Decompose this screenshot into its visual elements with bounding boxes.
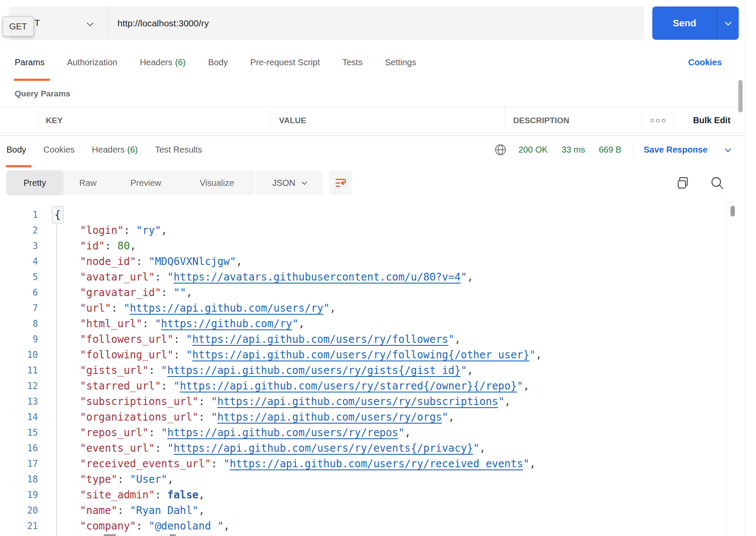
column-header-value: VALUE (279, 107, 306, 134)
code-content: "type": "User", (80, 472, 174, 487)
json-key: "login" (80, 224, 124, 236)
request-tab-pre-request-script[interactable]: Pre-request Script (250, 57, 320, 67)
json-quote: " (124, 302, 130, 314)
json-link[interactable]: https://api.github.com/users/ry (130, 302, 324, 314)
json-link[interactable]: https://api.github.com/users/ry/orgs (217, 411, 442, 423)
cookies-link[interactable]: Cookies (688, 52, 722, 73)
json-colon: : (136, 520, 149, 532)
tab-count: (6) (127, 145, 137, 154)
json-link[interactable]: https://api.github.com/users/ry/repos (167, 427, 398, 439)
column-divider (270, 107, 270, 134)
wrap-text-button[interactable] (329, 170, 352, 195)
tab-label: Body (208, 57, 228, 67)
json-quote: " (498, 396, 504, 408)
response-tab-headers[interactable]: Headers(6) (92, 145, 138, 155)
json-quote: " (161, 427, 167, 439)
json-link[interactable]: https://api.github.com/users/ry/subscrip… (217, 396, 498, 408)
code-line-4: 4"node_id": "MDQ6VXNlcjgw", (0, 254, 727, 269)
code-line-13: 13"subscriptions_url": "https://api.gith… (0, 394, 727, 409)
globe-icon[interactable] (495, 144, 506, 156)
method-select[interactable]: T (35, 6, 40, 40)
json-value: "MDQ6VXNlcjgw" (149, 255, 236, 268)
json-key: "events_url" (80, 442, 155, 454)
search-icon[interactable] (710, 176, 725, 191)
request-tab-authorization[interactable]: Authorization (67, 57, 118, 67)
line-number: 6 (0, 285, 38, 300)
view-mode-raw[interactable]: Raw (64, 170, 112, 195)
fold-toggle[interactable]: { (52, 206, 64, 223)
json-link[interactable]: https://github.com/ry (161, 318, 292, 330)
chevron-down-icon (302, 179, 307, 185)
send-options-button[interactable] (717, 6, 739, 40)
json-quote: " (174, 380, 180, 392)
line-number: 10 (0, 347, 38, 363)
more-options-icon[interactable] (642, 107, 673, 134)
json-link[interactable]: https://api.github.com/users/ry/followin… (192, 349, 529, 361)
json-link[interactable]: https://api.github.com/users/ry/follower… (192, 333, 448, 345)
json-key: "html_url" (80, 318, 143, 330)
json-colon: : (199, 396, 211, 408)
response-tab-body[interactable]: Body (6, 145, 26, 155)
json-key: "subscriptions_url" (80, 396, 199, 408)
request-tab-tests[interactable]: Tests (342, 57, 362, 67)
line-number: 20 (0, 503, 38, 518)
code-content: "name": "Ryan Dahl", (80, 503, 205, 518)
response-tab-test-results[interactable]: Test Results (155, 145, 202, 155)
send-button[interactable]: Send (652, 6, 717, 40)
json-key: "name" (80, 504, 118, 517)
line-number: 13 (0, 394, 38, 409)
request-tab-headers[interactable]: Headers(6) (140, 57, 186, 67)
json-quote: " (155, 318, 161, 330)
json-value: "Ryan Dahl" (130, 504, 199, 517)
json-key: "node_id" (80, 255, 136, 268)
chevron-down-icon[interactable] (725, 146, 731, 152)
column-header-key: KEY (46, 107, 63, 134)
json-comma: , (467, 271, 473, 283)
format-label: JSON (272, 178, 295, 188)
json-quote: " (223, 458, 229, 470)
json-quote: " (186, 349, 192, 361)
response-time[interactable]: 33 ms (562, 139, 585, 160)
json-comma: , (223, 520, 229, 532)
request-tab-body[interactable]: Body (208, 57, 228, 67)
json-comma: , (448, 411, 454, 423)
view-mode-preview[interactable]: Preview (112, 170, 179, 195)
clipped-next-line (170, 534, 176, 536)
view-mode-visualize[interactable]: Visualize (179, 170, 254, 195)
code-line-16: 16"events_url": "https://api.github.com/… (0, 440, 727, 456)
json-link[interactable]: https://avatars.githubusercontent.com/u/… (174, 271, 461, 283)
chevron-down-icon (724, 19, 731, 26)
json-colon: : (161, 287, 174, 299)
json-comma: , (467, 364, 473, 376)
json-link[interactable]: https://api.github.com/users/ry/events{/… (174, 442, 473, 454)
url-input[interactable]: http://localhost:3000/ry (118, 6, 209, 40)
json-quote: " (442, 411, 448, 423)
format-select[interactable]: JSON (256, 170, 323, 195)
copy-icon[interactable] (675, 176, 691, 191)
json-link[interactable]: https://api.github.com/users/ry/received… (230, 458, 523, 470)
column-divider (38, 107, 38, 134)
json-comma: , (186, 287, 192, 299)
code-line-20: 20"name": "Ryan Dahl", (0, 503, 727, 518)
code-line-6: 6"gravatar_id": "", (0, 285, 727, 300)
view-mode-pretty[interactable]: Pretty (6, 170, 64, 195)
line-number: 1 (0, 207, 38, 223)
json-colon: : (199, 411, 211, 423)
request-tab-settings[interactable]: Settings (385, 57, 416, 67)
json-value: false (167, 489, 198, 501)
json-link[interactable]: https://api.github.com/users/ry/starred{… (180, 380, 517, 392)
status-code[interactable]: 200 OK (518, 139, 548, 160)
method-tooltip: GET (3, 16, 34, 36)
json-link[interactable]: https://api.github.com/users/ry/gists{/g… (167, 364, 461, 376)
code-line-8: 8"html_url": "https://github.com/ry", (0, 316, 727, 332)
code-content: "site_admin": false, (80, 487, 205, 503)
page-scrollbar-thumb[interactable] (738, 80, 743, 112)
request-tab-params[interactable]: Params (15, 57, 44, 67)
tab-label: Tests (342, 57, 362, 67)
response-size[interactable]: 669 B (599, 139, 621, 160)
json-comma: , (480, 442, 486, 454)
save-response-button[interactable]: Save Response (644, 139, 708, 160)
tab-label: Headers (140, 57, 173, 67)
code-scrollbar-thumb[interactable] (731, 206, 735, 217)
response-tab-cookies[interactable]: Cookies (44, 145, 75, 155)
